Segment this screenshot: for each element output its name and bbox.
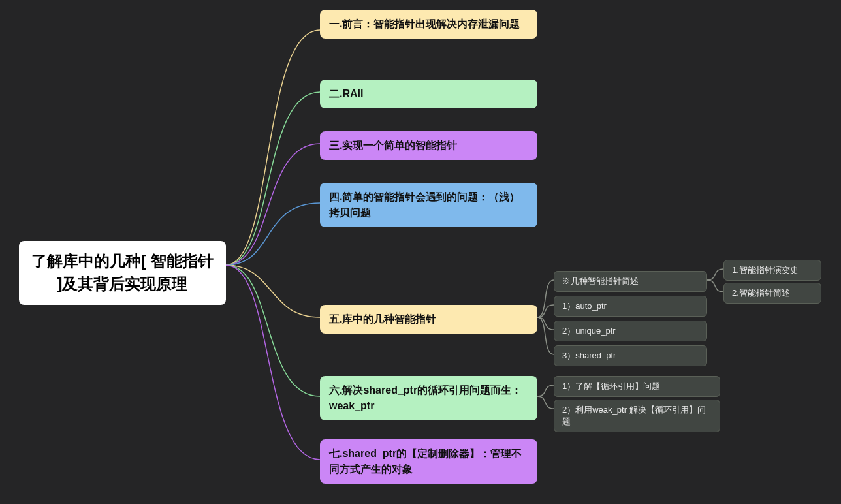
node-1-preface[interactable]: 一.前言：智能指针出现解决内存泄漏问题: [320, 10, 537, 39]
node-3-simple-pointer[interactable]: 三.实现一个简单的智能指针: [320, 131, 537, 160]
sub-5-auto-ptr[interactable]: 1）auto_ptr: [554, 296, 707, 317]
node-5-library-pointers[interactable]: 五.库中的几种智能指针: [320, 305, 537, 334]
sub-5-1-history[interactable]: 1.智能指针演变史: [723, 260, 821, 281]
sub-6-solve-cycle[interactable]: 2）利用weak_ptr 解决【循环引用】问题: [554, 400, 720, 432]
node-7-custom-deleter[interactable]: 七.shared_ptr的【定制删除器】：管理不同方式产生的对象: [320, 439, 537, 484]
node-6-weak-ptr[interactable]: 六.解决shared_ptr的循环引用问题而生：weak_ptr: [320, 376, 537, 420]
sub-5-overview[interactable]: ※几种智能指针简述: [554, 271, 707, 292]
sub-6-understand-cycle[interactable]: 1）了解【循环引用】问题: [554, 376, 720, 397]
sub-5-unique-ptr[interactable]: 2）unique_ptr: [554, 321, 707, 341]
root-node[interactable]: 了解库中的几种[ 智能指针 ]及其背后实现原理: [19, 241, 226, 305]
sub-5-1-brief[interactable]: 2.智能指针简述: [723, 283, 821, 304]
node-2-raii[interactable]: 二.RAII: [320, 80, 537, 108]
sub-5-shared-ptr[interactable]: 3）shared_ptr: [554, 345, 707, 366]
node-4-copy-problem[interactable]: 四.简单的智能指针会遇到的问题：（浅）拷贝问题: [320, 183, 537, 227]
